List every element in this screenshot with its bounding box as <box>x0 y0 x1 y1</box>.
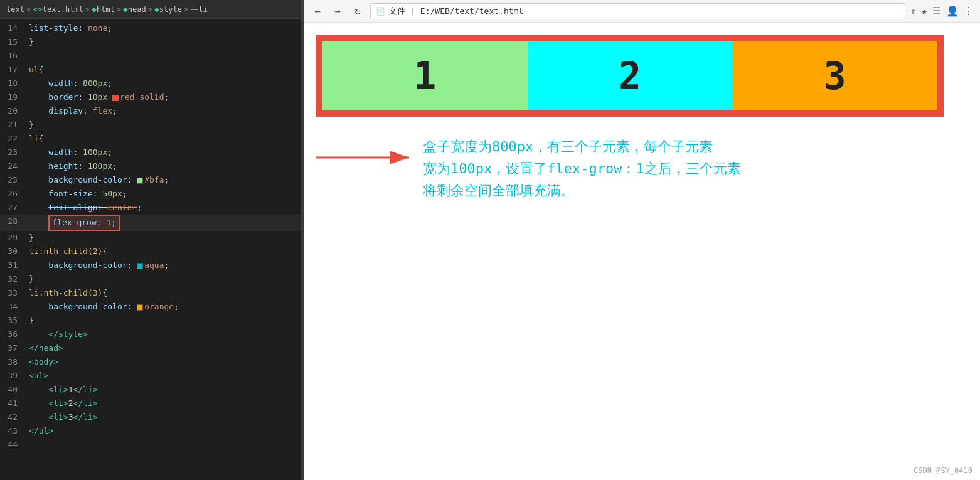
code-line-flex-grow: 28 flex-grow: 1; <box>0 215 301 231</box>
code-line: 26 font-size: 50px; <box>0 187 301 201</box>
code-line: 23 width: 100px; <box>0 146 301 159</box>
code-line: 18 width: 800px; <box>0 77 301 90</box>
code-line: 21 } <box>0 118 301 132</box>
arrow-container <box>316 148 417 167</box>
code-line: 39 <ul> <box>0 369 301 383</box>
flex-item-3: 3 <box>732 41 937 110</box>
code-line: 20 display: flex; <box>0 104 301 118</box>
flex-item-2: 2 <box>528 41 733 110</box>
annotation-content: 盒子宽度为800px，有三个子元素，每个子元素 宽为100px，设置了flex-… <box>423 139 741 198</box>
code-line: 29 } <box>0 231 301 245</box>
star-icon[interactable]: ★ <box>921 5 927 17</box>
code-line: 37 </head> <box>0 341 301 355</box>
code-line: 34 background-color: orange; <box>0 300 301 314</box>
annotation-text: 盒子宽度为800px，有三个子元素，每个子元素 宽为100px，设置了flex-… <box>423 136 741 202</box>
code-line: 25 background-color: #bfa; <box>0 173 301 187</box>
code-line: 35 } <box>0 314 301 328</box>
code-line: 16 <box>0 49 301 63</box>
breadcrumb-file: text.html <box>43 3 83 16</box>
breadcrumb-icon: <> <box>33 3 43 16</box>
forward-button[interactable]: → <box>330 4 345 19</box>
code-line: 41 <li>2</li> <box>0 397 301 410</box>
browser-nav-icons: ⇧ ★ ☰ 👤 ⋮ <box>910 5 974 17</box>
share-icon[interactable]: ⇧ <box>910 5 917 17</box>
code-editor: text > <> text.html > ◆ html > ◆ head > … <box>0 0 301 480</box>
flex-demo-container: 1 2 3 <box>316 35 944 117</box>
arrow-icon <box>316 148 417 167</box>
annotation-container: 盒子宽度为800px，有三个子元素，每个子元素 宽为100px，设置了flex-… <box>316 136 967 202</box>
code-line: 36 </style> <box>0 328 301 341</box>
menu-icon[interactable]: ⋮ <box>964 5 974 17</box>
code-line: 40 <li>1</li> <box>0 383 301 397</box>
profile-icon[interactable]: 👤 <box>946 5 959 17</box>
code-line: 44 <box>0 438 301 452</box>
code-line: 30 li:nth-child(2){ <box>0 245 301 259</box>
url-lock-icon: 📄 <box>376 7 385 16</box>
code-line: 14 list-style: none; <box>0 21 301 35</box>
browser-panel: ← → ↻ 📄 文件 | E:/WEB/text/text.html ⇧ ★ ☰… <box>304 0 980 480</box>
breadcrumb-html: ◆ <box>92 3 97 16</box>
code-line: 43 </ul> <box>0 424 301 438</box>
address-bar: ← → ↻ 📄 文件 | E:/WEB/text/text.html ⇧ ★ ☰… <box>304 0 980 23</box>
code-line: 38 <body> <box>0 355 301 369</box>
code-line: 19 border: 10px red solid; <box>0 90 301 104</box>
back-button[interactable]: ← <box>310 4 325 19</box>
url-bar[interactable]: 📄 文件 | E:/WEB/text/text.html <box>370 3 905 19</box>
code-line: 31 background-color: aqua; <box>0 259 301 272</box>
browser-content: 1 2 3 盒子宽度为800px，有三个子元素，每个子元素 宽为100p <box>304 23 980 480</box>
code-line: 15 } <box>0 35 301 49</box>
code-line: 27 text-align: center; <box>0 201 301 215</box>
url-path: E:/WEB/text/text.html <box>420 6 523 16</box>
code-line: 32 } <box>0 272 301 286</box>
code-line: 42 <li>3</li> <box>0 410 301 424</box>
refresh-button[interactable]: ↻ <box>350 4 365 19</box>
flex-item-1: 1 <box>322 41 528 110</box>
code-line: 24 height: 100px; <box>0 159 301 173</box>
breadcrumb-text: text <box>6 3 24 16</box>
code-line: 22 li{ <box>0 132 301 146</box>
csdn-watermark: CSDN @SY_0410 <box>913 466 972 475</box>
code-line: 33 li:nth-child(3){ <box>0 286 301 300</box>
code-area: 14 list-style: none; 15 } 16 17 ul{ 18 w… <box>0 19 301 454</box>
url-label: 文件 <box>389 6 405 17</box>
code-line: 17 ul{ <box>0 63 301 77</box>
breadcrumb-bar: text > <> text.html > ◆ html > ◆ head > … <box>0 0 301 19</box>
reader-icon[interactable]: ☰ <box>932 5 941 17</box>
